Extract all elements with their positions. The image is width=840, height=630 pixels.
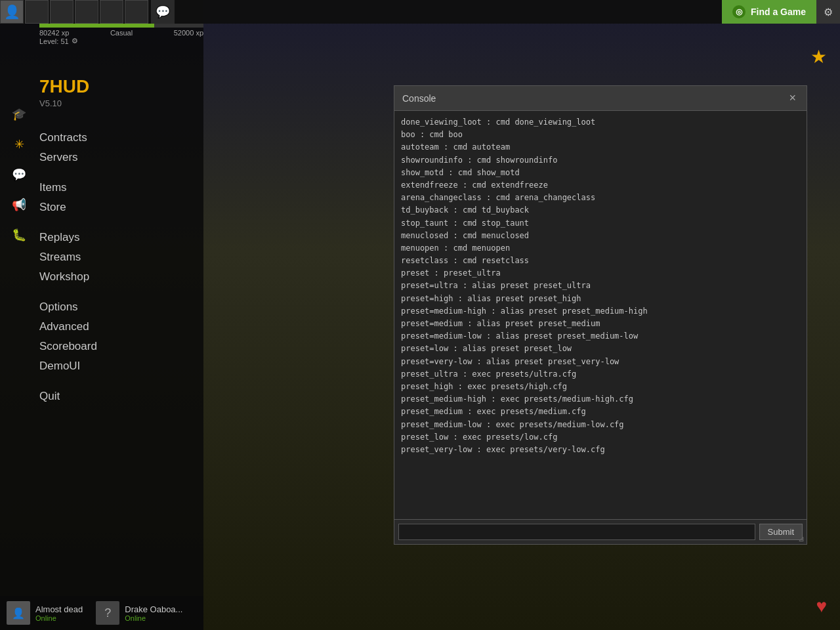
console-line: preset_high : exec presets/high.cfg (401, 381, 800, 393)
hud-title: 7HUD (39, 76, 190, 97)
sidebar: 7HUD V5.10 Contracts Servers Items Store… (0, 24, 203, 630)
star-burst-icon[interactable]: ✳ (10, 135, 28, 154)
console-input[interactable] (398, 524, 755, 540)
settings-button[interactable]: ⚙ (816, 0, 840, 24)
heart-icon[interactable]: ♥ (816, 596, 827, 617)
loadout-slot-2[interactable] (50, 0, 74, 24)
console-line: menuclosed : cmd menuclosed (401, 230, 800, 242)
friend-status-2: Online (125, 614, 182, 622)
friend-avatar-icon-1: 👤 (12, 607, 25, 620)
nav-section-5: Quit (39, 387, 190, 406)
console-input-area: Submit (394, 519, 807, 544)
find-game-button[interactable]: ◎ Find a Game (722, 0, 816, 24)
nav-items[interactable]: Items (39, 178, 190, 198)
bug-icon[interactable]: 🐛 (10, 226, 28, 244)
friend-name-1: Almost dead (35, 604, 83, 614)
nav-contracts[interactable]: Contracts (39, 128, 190, 148)
console-line: preset_medium-low : exec presets/medium-… (401, 419, 800, 431)
loadout-slot-4[interactable] (100, 0, 123, 24)
nav-store[interactable]: Store (39, 198, 190, 217)
friend-item-2: ? Drake Oaboa... Online (96, 601, 182, 625)
nav-section-3: Replays Streams Workshop (39, 228, 190, 287)
nav-workshop[interactable]: Workshop (39, 267, 190, 287)
resize-handle[interactable]: ⊿ (796, 534, 807, 544)
loadout-slot-3[interactable] (75, 0, 98, 24)
console-line: preset_medium-high : exec presets/medium… (401, 393, 800, 406)
nav-section-1: Contracts Servers (39, 128, 190, 167)
friend-status-1: Online (35, 614, 83, 622)
console-titlebar: Console × (394, 86, 807, 111)
friends-bar: 👤 Almost dead Online ? Drake Oaboa... On… (0, 596, 203, 630)
nav-options[interactable]: Options (39, 297, 190, 317)
loadout-slots (25, 0, 148, 24)
friend-avatar-1[interactable]: 👤 (7, 601, 30, 625)
console-line: show_motd : cmd show_motd (401, 167, 800, 179)
console-line: preset=ultra : alias preset preset_ultra (401, 280, 800, 292)
console-line: boo : cmd boo (401, 129, 800, 141)
console-line: preset=medium : alias preset preset_medi… (401, 318, 800, 330)
megaphone-icon[interactable]: 📢 (10, 196, 28, 214)
console-title: Console (402, 93, 436, 104)
console-output[interactable]: done_viewing_loot : cmd done_viewing_loo… (394, 111, 807, 519)
chat-icon[interactable]: 💬 (151, 0, 175, 24)
console-line: preset=medium-low : alias preset preset_… (401, 330, 800, 343)
console-line: preset=low : alias preset preset_low (401, 343, 800, 355)
console-line: resetclass : cmd resetclass (401, 255, 800, 267)
sidebar-icons: 🎓 ✳ 💬 📢 🐛 (10, 105, 28, 244)
friend-name-2: Drake Oaboa... (125, 604, 182, 614)
nav-quit[interactable]: Quit (39, 387, 190, 406)
find-game-icon: ◎ (732, 5, 746, 18)
nav-section-4: Options Advanced Scoreboard DemoUI (39, 297, 190, 376)
player-avatar[interactable]: 👤 (0, 0, 24, 24)
console-dialog: Console × done_viewing_loot : cmd done_v… (394, 85, 807, 545)
console-line: td_buyback : cmd td_buyback (401, 204, 800, 217)
friend-item-1: 👤 Almost dead Online (7, 601, 83, 625)
settings-icon: ⚙ (824, 6, 833, 18)
console-line: preset=medium-high : alias preset preset… (401, 305, 800, 318)
star-icon[interactable]: ★ (810, 46, 827, 68)
nav-advanced[interactable]: Advanced (39, 317, 190, 337)
console-line: stop_taunt : cmd stop_taunt (401, 217, 800, 230)
nav-scoreboard[interactable]: Scoreboard (39, 337, 190, 356)
console-line: preset_medium : exec presets/medium.cfg (401, 406, 800, 418)
nav-demoui[interactable]: DemoUI (39, 356, 190, 376)
nav-section-2: Items Store (39, 178, 190, 217)
nav-streams[interactable]: Streams (39, 247, 190, 267)
nav-replays[interactable]: Replays (39, 228, 190, 247)
graduation-icon[interactable]: 🎓 (10, 105, 28, 123)
console-line: preset_very-low : exec presets/very-low.… (401, 444, 800, 456)
sidebar-nav: Contracts Servers Items Store Replays St… (39, 128, 190, 417)
comment-icon[interactable]: 💬 (10, 165, 28, 184)
find-game-label: Find a Game (751, 7, 806, 17)
loadout-slot-1[interactable] (25, 0, 49, 24)
console-close-button[interactable]: × (786, 91, 799, 105)
console-line: preset : preset_ultra (401, 267, 800, 280)
topbar-right: ◎ Find a Game ⚙ (722, 0, 840, 24)
console-line: preset=very-low : alias preset preset_ve… (401, 356, 800, 368)
console-line: preset=high : alias preset preset_high (401, 293, 800, 305)
console-line: preset_ultra : exec presets/ultra.cfg (401, 368, 800, 381)
loadout-slot-5[interactable] (125, 0, 148, 24)
console-line: arena_changeclass : cmd arena_changeclas… (401, 192, 800, 204)
console-line: done_viewing_loot : cmd done_viewing_loo… (401, 116, 800, 129)
console-line: preset_low : exec presets/low.cfg (401, 431, 800, 444)
friend-avatar-2[interactable]: ? (96, 601, 119, 625)
console-line: autoteam : cmd autoteam (401, 141, 800, 154)
console-line: extendfreeze : cmd extendfreeze (401, 179, 800, 192)
hud-version: V5.10 (39, 98, 190, 108)
topbar: 👤 💬 ◎ Find a Game ⚙ (0, 0, 840, 24)
friend-info-1: Almost dead Online (35, 604, 83, 622)
console-line: menuopen : cmd menuopen (401, 242, 800, 255)
console-line: showroundinfo : cmd showroundinfo (401, 154, 800, 167)
nav-servers[interactable]: Servers (39, 148, 190, 167)
friend-info-2: Drake Oaboa... Online (125, 604, 182, 622)
